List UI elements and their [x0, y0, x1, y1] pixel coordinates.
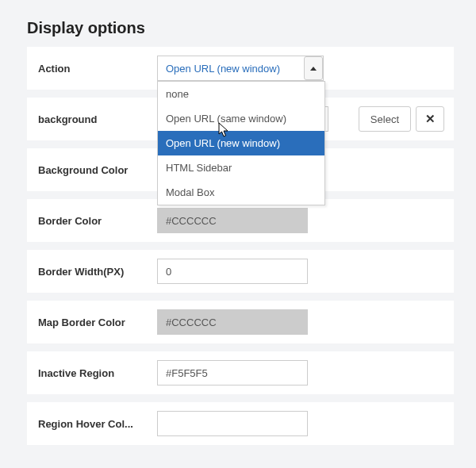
label-background: background: [38, 113, 157, 125]
action-option-html-sidebar[interactable]: HTML Sidebar: [158, 155, 324, 180]
label-map-border-color: Map Border Color: [38, 316, 157, 328]
border-width-input[interactable]: [157, 259, 308, 284]
label-region-hover: Region Hover Col...: [38, 418, 157, 430]
row-inactive-region: Inactive Region: [27, 351, 454, 394]
action-option-none[interactable]: none: [158, 82, 324, 106]
page-title: Display options: [27, 19, 454, 37]
label-border-width: Border Width(PX): [38, 266, 157, 278]
label-inactive-region: Inactive Region: [38, 367, 157, 379]
region-hover-input[interactable]: [157, 411, 308, 436]
border-color-input[interactable]: [157, 208, 308, 233]
row-map-border-color: Map Border Color: [27, 301, 454, 343]
action-option-same-window[interactable]: Open URL (same window): [158, 106, 324, 131]
chevron-up-icon: [310, 67, 317, 71]
label-action: Action: [38, 63, 157, 75]
action-option-modal-box[interactable]: Modal Box: [158, 180, 324, 205]
row-border-color: Border Color: [27, 199, 454, 242]
action-select[interactable]: Open URL (new window) none Open URL (sam…: [157, 56, 324, 81]
action-selected-value: Open URL (new window): [158, 63, 304, 75]
row-region-hover: Region Hover Col...: [27, 402, 454, 445]
action-dropdown: none Open URL (same window) Open URL (ne…: [157, 81, 325, 205]
map-border-color-input[interactable]: [157, 309, 308, 335]
row-border-width: Border Width(PX): [27, 250, 454, 293]
label-border-color: Border Color: [38, 215, 157, 227]
close-icon: ✕: [425, 112, 436, 126]
dropdown-toggle[interactable]: [304, 56, 323, 80]
row-action: Action Open URL (new window) none Open U…: [27, 47, 454, 90]
action-option-new-window[interactable]: Open URL (new window): [158, 131, 324, 155]
background-clear-button[interactable]: ✕: [416, 106, 444, 132]
inactive-region-input[interactable]: [157, 360, 308, 386]
label-bg-color: Background Color: [38, 164, 157, 176]
background-select-button[interactable]: Select: [359, 106, 411, 132]
